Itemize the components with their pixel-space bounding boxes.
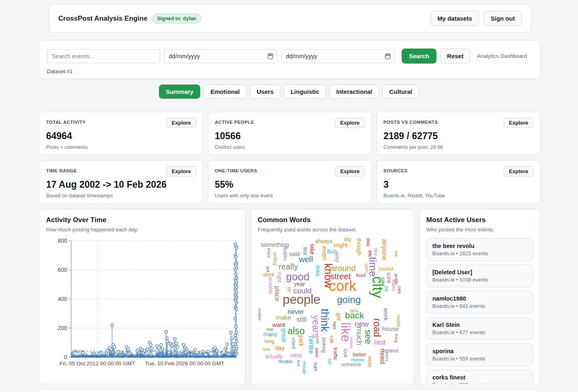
activity-subtitle: How much posting happened each day. xyxy=(46,227,239,233)
user-meta: Boards.ie • 538 events xyxy=(432,382,527,384)
cloud-word: bad xyxy=(296,360,300,366)
stat-card-sources: SOURCESExplore 3 Boards.ie, Reddit, YouT… xyxy=(377,160,540,203)
cloud-word: see xyxy=(364,330,373,344)
cloud-word: done xyxy=(263,272,274,277)
cloud-word: times xyxy=(267,248,271,258)
user-name: sporina xyxy=(432,348,527,354)
svg-text:400: 400 xyxy=(58,296,68,302)
most-active-users-subtitle: Who posted the most events. xyxy=(426,227,533,233)
cloud-word: long xyxy=(265,339,275,344)
cloud-word: went xyxy=(315,348,319,357)
word-cloud: somethingalwaysbigplayetcanyoneoldtakemi… xyxy=(258,236,409,377)
cloud-word: house xyxy=(382,326,399,332)
cloud-word: getting xyxy=(273,252,277,265)
stat-label: TOTAL ACTIVITY xyxy=(46,118,86,125)
user-meta: Boards.ie • 677 events xyxy=(432,329,527,335)
cloud-word: want xyxy=(272,322,285,328)
user-name: corks finest xyxy=(432,374,527,381)
stat-label: POSTS VS COMMENTS xyxy=(383,118,438,125)
cloud-word: lot xyxy=(287,287,292,292)
cloud-word: many xyxy=(263,331,277,337)
user-list-item: [Deleted User]Boards.ie • 1038 events xyxy=(426,265,533,287)
user-meta: Boards.ie • 1623 events xyxy=(432,250,527,256)
tab-interactional[interactable]: Interactional xyxy=(329,85,379,99)
reset-button[interactable]: Reset xyxy=(440,49,470,64)
cloud-word: anyone xyxy=(381,239,387,261)
sign-out-button[interactable]: Sign out xyxy=(484,11,522,26)
stats-grid: TOTAL ACTIVITYExplore 64964 Posts + comm… xyxy=(39,112,540,203)
cloud-word: always xyxy=(315,238,332,244)
svg-text:800: 800 xyxy=(58,237,68,244)
common-words-subtitle: Frequently used words across the dataset… xyxy=(258,227,407,233)
cloud-word: work xyxy=(383,308,389,321)
date-from-input[interactable] xyxy=(164,49,277,63)
cloud-word: seems xyxy=(349,337,353,348)
cloud-word: right xyxy=(277,272,282,282)
stat-card-posts-vs-comments: POSTS VS COMMENTSExplore 2189 / 62775 Co… xyxy=(377,112,540,155)
cloud-word: park xyxy=(299,335,304,346)
cloud-word: city xyxy=(370,276,385,298)
filter-bar: Search Reset Analytics Dashboard Dataset… xyxy=(39,40,540,79)
cloud-word: even xyxy=(321,246,328,261)
explore-button[interactable]: Explore xyxy=(335,118,365,128)
cloud-word: years xyxy=(311,315,320,338)
tab-cultural[interactable]: Cultural xyxy=(382,85,419,99)
cloud-word: back xyxy=(345,311,364,320)
stat-value: 2189 / 62775 xyxy=(383,131,534,142)
cloud-word: council xyxy=(378,267,393,271)
stat-label: ONE-TIME USERS xyxy=(215,166,257,173)
tab-summary[interactable]: Summary xyxy=(159,85,200,99)
cloud-word: every xyxy=(385,352,389,362)
cloud-word: old xyxy=(394,250,398,256)
explore-button[interactable]: Explore xyxy=(335,166,365,176)
cloud-word: used xyxy=(291,337,296,349)
cloud-word: well xyxy=(299,255,313,263)
cloud-word: play xyxy=(366,238,371,246)
user-name: namloc1980 xyxy=(432,295,527,302)
search-input[interactable] xyxy=(47,49,160,63)
cloud-word: better xyxy=(353,352,366,357)
cloud-word: cork xyxy=(329,279,356,293)
cloud-word: actually xyxy=(265,354,283,359)
stat-card-total-activity: TOTAL ACTIVITYExplore 64964 Posts + comm… xyxy=(39,112,203,155)
activity-over-time-chart: 0200400600800Fri, 05 Oct 2012 00:00:00 G… xyxy=(46,236,239,375)
cloud-word: lane xyxy=(263,348,271,352)
tab-emotional[interactable]: Emotional xyxy=(203,85,247,99)
my-datasets-button[interactable]: My datasets xyxy=(430,11,479,26)
cloud-word: might xyxy=(334,242,347,248)
calendar-icon[interactable] xyxy=(385,53,390,59)
tab-users[interactable]: Users xyxy=(250,85,281,99)
cloud-word: traffic xyxy=(333,348,338,360)
explore-button[interactable]: Explore xyxy=(166,118,196,128)
dataset-label: Dataset #1 xyxy=(47,68,533,74)
cloud-word: people xyxy=(283,293,320,306)
cloud-word: way xyxy=(335,252,340,262)
stat-value: 55% xyxy=(215,179,365,190)
cloud-word: enough xyxy=(302,361,306,374)
user-name: Karl Stein xyxy=(432,322,527,328)
cloud-word: though xyxy=(356,238,362,256)
next-section-card-edge xyxy=(39,389,540,392)
svg-text:0: 0 xyxy=(64,354,67,360)
most-active-users-panel: Most Active Users Who posted the most ev… xyxy=(419,209,540,384)
date-to-input[interactable] xyxy=(281,49,395,63)
user-meta: Boards.ie • 841 events xyxy=(432,303,527,309)
explore-button[interactable]: Explore xyxy=(504,166,534,176)
cloud-word: dublin xyxy=(283,246,288,261)
tab-linguistic[interactable]: Linguistic xyxy=(284,85,326,99)
calendar-icon[interactable] xyxy=(268,53,273,59)
cloud-word: looking xyxy=(322,337,326,353)
context-label: Analytics Dashboard xyxy=(470,53,533,59)
explore-button[interactable]: Explore xyxy=(166,166,196,176)
cloud-word: probably xyxy=(268,277,273,294)
cloud-word: another xyxy=(258,308,261,321)
cloud-word: next xyxy=(290,352,302,358)
explore-button[interactable]: Explore xyxy=(504,118,534,128)
activity-chart-svg: 0200400600800Fri, 05 Oct 2012 00:00:00 G… xyxy=(46,236,239,373)
cloud-word: said xyxy=(289,251,300,257)
cloud-word: make xyxy=(276,314,291,320)
activity-panel: Activity Over Time How much posting happ… xyxy=(39,209,246,384)
date-to-wrap xyxy=(281,49,395,63)
search-button[interactable]: Search xyxy=(402,49,436,64)
stat-label: ACTIVE PEOPLE xyxy=(215,118,254,125)
